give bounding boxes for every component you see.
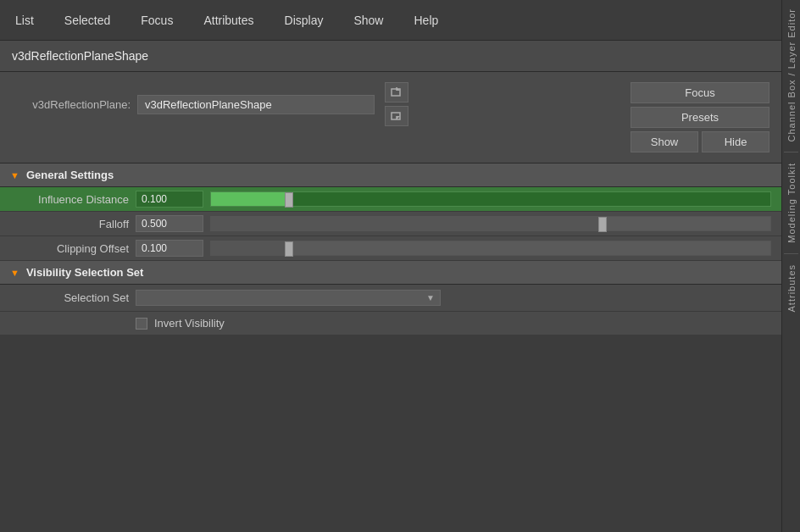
visibility-section-header[interactable]: ▼ Visibility Selection Set (0, 261, 781, 285)
focus-button[interactable]: Focus (631, 82, 769, 103)
general-settings-arrow: ▼ (10, 170, 19, 180)
menu-attributes[interactable]: Attributes (197, 10, 260, 30)
falloff-thumb[interactable] (598, 217, 607, 232)
sidebar-channel-box[interactable]: Channel Box / Layer Editor (785, 0, 798, 150)
falloff-track[interactable] (210, 216, 771, 231)
clipping-offset-label: Clipping Offset (10, 242, 129, 255)
menu-list[interactable]: List (8, 10, 41, 30)
selection-set-row: Selection Set ▼ (0, 285, 781, 312)
influence-distance-label: Influence Distance (10, 193, 129, 206)
selection-set-dropdown[interactable]: ▼ (136, 290, 441, 306)
unload-icon-btn[interactable] (385, 106, 408, 126)
node-header: v3dReflectionPlaneShape (0, 41, 781, 72)
selection-set-label: Selection Set (10, 291, 129, 304)
menu-display[interactable]: Display (278, 10, 331, 30)
load-icon-btn[interactable] (385, 82, 408, 103)
show-hide-row: Show Hide (631, 131, 769, 152)
influence-distance-track[interactable] (210, 191, 771, 207)
load-icon (390, 86, 403, 99)
clipping-offset-value[interactable]: 0.100 (136, 240, 203, 257)
sidebar-divider-1 (784, 152, 798, 152)
influence-distance-value[interactable]: 0.100 (136, 191, 203, 208)
clipping-offset-track[interactable] (210, 241, 771, 256)
visibility-section-label: Visibility Selection Set (26, 266, 143, 279)
clipping-offset-fill (211, 241, 289, 255)
node-name: v3dReflectionPlaneShape (12, 49, 148, 63)
attr-icons (385, 82, 408, 126)
clipping-offset-thumb[interactable] (285, 241, 293, 257)
influence-distance-fill (211, 192, 289, 206)
attr-buttons: Focus Presets Show Hide (631, 82, 769, 152)
visibility-section-arrow: ▼ (10, 268, 19, 278)
menu-focus[interactable]: Focus (134, 10, 180, 30)
menu-help[interactable]: Help (407, 10, 445, 30)
sidebar-divider-2 (784, 253, 798, 254)
menu-show[interactable]: Show (347, 10, 390, 30)
influence-distance-thumb[interactable] (285, 192, 293, 208)
attr-label: v3dReflectionPlane: (12, 98, 131, 111)
menu-selected[interactable]: Selected (58, 10, 117, 30)
right-sidebar: Channel Box / Layer Editor Modeling Tool… (781, 0, 800, 532)
unload-icon (390, 109, 403, 123)
general-settings-header[interactable]: ▼ General Settings (0, 163, 781, 187)
hide-button[interactable]: Hide (702, 131, 769, 152)
menu-bar: List Selected Focus Attributes Display S… (0, 0, 781, 41)
influence-distance-row: Influence Distance 0.100 (0, 187, 781, 212)
presets-button[interactable]: Presets (631, 107, 769, 128)
invert-visibility-label: Invert Visibility (154, 317, 225, 330)
falloff-fill (211, 217, 603, 230)
attr-value-input[interactable] (137, 95, 375, 114)
clipping-offset-row: Clipping Offset 0.100 (0, 236, 781, 261)
attr-main: v3dReflectionPlane: (12, 82, 622, 126)
sidebar-modeling-toolkit[interactable]: Modeling Toolkit (785, 154, 798, 252)
falloff-row: Falloff 0.500 (0, 212, 781, 236)
general-settings-label: General Settings (26, 169, 114, 181)
sidebar-attributes[interactable]: Attributes (785, 256, 798, 320)
dropdown-arrow-icon: ▼ (426, 293, 435, 302)
falloff-label: Falloff (10, 218, 129, 230)
falloff-value[interactable]: 0.500 (136, 215, 203, 232)
attribute-section: v3dReflectionPlane: (0, 72, 781, 163)
show-button[interactable]: Show (631, 131, 698, 152)
invert-visibility-row: Invert Visibility (0, 312, 781, 335)
invert-visibility-checkbox[interactable] (136, 318, 147, 330)
